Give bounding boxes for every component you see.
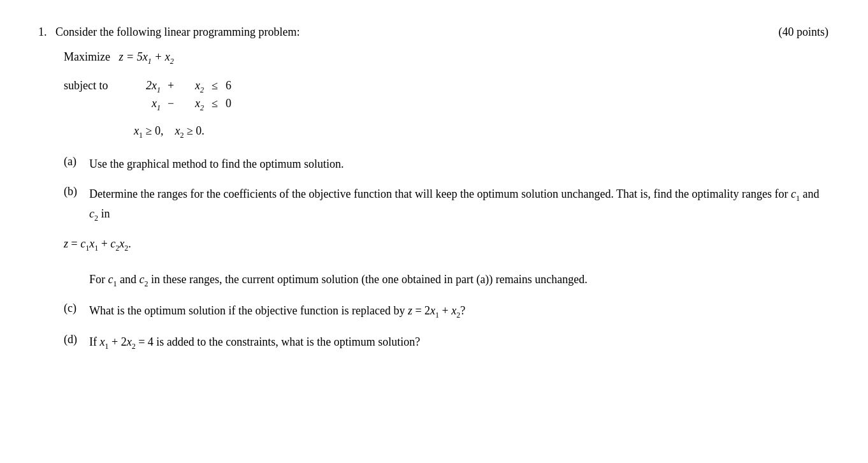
- problem-intro-text: Consider the following linear programmin…: [55, 26, 300, 38]
- c1-rhs: 6: [226, 79, 238, 92]
- part-a-label: (a): [64, 155, 89, 168]
- part-b-content: Determine the ranges for the coefficient…: [89, 185, 828, 224]
- part-b-formula: z = c1x1 + c2x2.: [64, 237, 131, 253]
- maximize-line: Maximize z = 5x1 + x2: [64, 50, 828, 66]
- problem-intro: 1. Consider the following linear program…: [38, 26, 300, 39]
- c2-op: −: [161, 97, 181, 110]
- c1-op: +: [161, 79, 181, 92]
- maximize-eq: z = 5x1 + x2: [119, 50, 173, 63]
- problem-container: 1. Consider the following linear program…: [38, 26, 828, 353]
- problem-body: Maximize z = 5x1 + x2 subject to 2x1 + x…: [64, 50, 828, 353]
- part-b-extra: For c1 and c2 in these ranges, the curre…: [89, 270, 588, 290]
- part-c: (c) What is the optimum solution if the …: [64, 302, 828, 321]
- maximize-label: Maximize: [64, 50, 110, 63]
- c2-x2: x2: [181, 97, 204, 113]
- constraints-block: subject to 2x1 + x2 ≤ 6 x1 − x2 ≤ 0: [64, 79, 828, 140]
- c1-x2: x2: [181, 79, 204, 95]
- nonnegativity-row: x1 ≥ 0, x2 ≥ 0.: [134, 124, 828, 140]
- points-label: (40 points): [779, 26, 829, 39]
- constraint-1: 2x1 + x2 ≤ 6: [134, 79, 238, 95]
- part-a-content: Use the graphical method to find the opt…: [89, 155, 828, 173]
- sub-parts: (a) Use the graphical method to find the…: [64, 155, 828, 352]
- part-d: (d) If x1 + 2x2 = 4 is added to the cons…: [64, 333, 828, 353]
- c1-ineq: ≤: [204, 79, 226, 92]
- problem-number: 1.: [38, 26, 47, 38]
- part-d-label: (d): [64, 333, 89, 346]
- c2-rhs: 0: [226, 97, 238, 110]
- part-c-label: (c): [64, 302, 89, 315]
- part-b: (b) Determine the ranges for the coeffic…: [64, 185, 828, 290]
- subject-to-row: subject to 2x1 + x2 ≤ 6: [64, 79, 828, 95]
- subject-to-label: subject to: [64, 79, 134, 92]
- part-d-content: If x1 + 2x2 = 4 is added to the constrai…: [89, 333, 828, 353]
- part-a: (a) Use the graphical method to find the…: [64, 155, 828, 173]
- c2-x1: x1: [134, 97, 161, 113]
- constraint-row-2: x1 − x2 ≤ 0: [134, 97, 828, 113]
- c1-x1: 2x1: [134, 79, 161, 95]
- c2-ineq: ≤: [204, 97, 226, 110]
- part-c-content: What is the optimum solution if the obje…: [89, 302, 828, 321]
- problem-header: 1. Consider the following linear program…: [38, 26, 828, 39]
- part-b-label: (b): [64, 185, 89, 198]
